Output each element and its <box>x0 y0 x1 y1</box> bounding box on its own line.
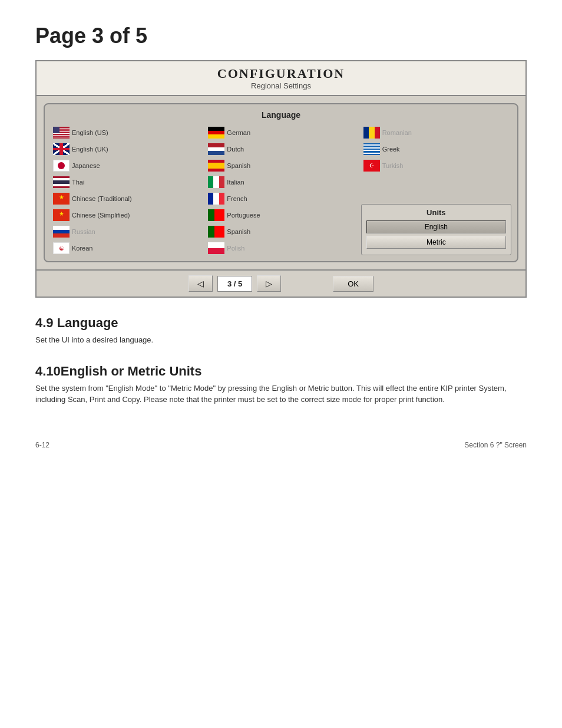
lang-name-greek: Greek <box>382 146 400 153</box>
language-section: Language English (US) English (UK) Japan… <box>44 103 518 262</box>
lang-name-japanese: Japanese <box>72 162 100 169</box>
lang-item-thai[interactable]: Thai <box>51 175 201 189</box>
flag-portugal2 <box>208 226 224 238</box>
flag-us <box>53 127 70 139</box>
lang-item-portuguese[interactable]: Portuguese <box>206 208 356 222</box>
flag-china-trad <box>53 193 70 205</box>
next-button[interactable]: ▷ <box>257 275 281 292</box>
section-body-1: Set the UI into a desired language. <box>35 334 527 346</box>
lang-name-romanian: Romanian <box>382 129 412 136</box>
doc-section-2: 4.10English or Metric Units Set the syst… <box>35 364 527 406</box>
flag-turkey <box>363 160 380 172</box>
lang-item-german[interactable]: German <box>206 126 356 140</box>
lang-item-chinese-simp[interactable]: Chinese (Simplified) <box>51 208 201 222</box>
lang-name-chinese-simp: Chinese (Simplified) <box>72 212 130 219</box>
lang-name-chinese-trad: Chinese (Traditional) <box>72 195 132 202</box>
flag-spain <box>208 160 224 172</box>
lang-item-dutch[interactable]: Dutch <box>206 142 356 156</box>
lang-name-spanish: Spanish <box>227 162 250 169</box>
config-title: CONFIGURATION <box>41 66 521 81</box>
language-column-3: Romanian Greek Turkish Units English Met… <box>361 126 511 255</box>
page-indicator: 3 / 5 <box>217 276 252 292</box>
english-unit-button[interactable]: English <box>366 220 506 233</box>
lang-item-chinese-trad[interactable]: Chinese (Traditional) <box>51 192 201 206</box>
lang-name-thai: Thai <box>72 179 84 186</box>
flag-greece <box>363 143 380 155</box>
language-column-2: German Dutch Spanish Italian French <box>206 126 356 255</box>
lang-name-spanish2: Spanish <box>227 228 250 235</box>
navigation-bar: ◁ 3 / 5 ▷ OK <box>37 269 525 297</box>
lang-name-italian: Italian <box>227 179 244 186</box>
lang-item-english-us[interactable]: English (US) <box>51 126 201 140</box>
units-box: Units English Metric <box>361 204 511 255</box>
section-heading-1: 4.9 Language <box>35 315 527 331</box>
lang-item-turkish[interactable]: Turkish <box>361 159 511 173</box>
lang-name-turkish: Turkish <box>382 162 404 169</box>
lang-name-german: German <box>227 129 250 136</box>
language-section-title: Language <box>51 110 511 120</box>
flag-portugal <box>208 209 224 221</box>
lang-name-portuguese: Portuguese <box>227 212 260 219</box>
config-panel: CONFIGURATION Regional Settings Language… <box>35 60 527 298</box>
lang-item-japanese[interactable]: Japanese <box>51 159 201 173</box>
lang-item-russian[interactable]: Russian <box>51 225 201 239</box>
footer-left: 6-12 <box>35 441 49 449</box>
lang-item-greek[interactable]: Greek <box>361 142 511 156</box>
lang-item-english-uk[interactable]: English (UK) <box>51 142 201 156</box>
metric-unit-button[interactable]: Metric <box>366 236 506 249</box>
language-grid: English (US) English (UK) Japanese Thai … <box>51 126 511 255</box>
ok-button[interactable]: OK <box>333 276 373 292</box>
section-body-2: Set the system from "English Mode" to "M… <box>35 383 527 406</box>
units-title: Units <box>366 208 506 217</box>
lang-name-polish: Polish <box>227 245 244 252</box>
lang-name-english-us: English (US) <box>72 129 108 136</box>
flag-romania <box>363 127 380 139</box>
lang-item-romanian[interactable]: Romanian <box>361 126 511 140</box>
lang-item-spanish[interactable]: Spanish <box>206 159 356 173</box>
flag-poland <box>208 242 224 254</box>
flag-russia <box>53 226 70 238</box>
lang-name-english-uk: English (UK) <box>72 146 108 153</box>
section-heading-2: 4.10English or Metric Units <box>35 364 527 379</box>
flag-germany <box>208 127 224 139</box>
lang-name-dutch: Dutch <box>227 146 244 153</box>
flag-china-simp <box>53 209 70 221</box>
doc-section-1: 4.9 Language Set the UI into a desired l… <box>35 315 527 346</box>
lang-item-italian[interactable]: Italian <box>206 175 356 189</box>
lang-item-french[interactable]: French <box>206 192 356 206</box>
config-header: CONFIGURATION Regional Settings <box>37 61 525 96</box>
config-subtitle: Regional Settings <box>41 81 521 90</box>
flag-netherlands <box>208 143 224 155</box>
lang-item-spanish2[interactable]: Spanish <box>206 225 356 239</box>
flag-korea <box>53 242 70 254</box>
flag-italy <box>208 176 224 188</box>
flag-japan <box>53 160 70 172</box>
lang-name-french: French <box>227 195 247 202</box>
language-column-1: English (US) English (UK) Japanese Thai … <box>51 126 201 255</box>
prev-button[interactable]: ◁ <box>189 275 213 292</box>
flag-thai <box>53 176 70 188</box>
lang-item-korean[interactable]: Korean <box>51 241 201 255</box>
footer-right: Section 6 ?" Screen <box>464 441 527 449</box>
lang-name-korean: Korean <box>72 245 92 252</box>
page-title: Page 3 of 5 <box>35 24 527 48</box>
lang-name-russian: Russian <box>72 228 95 235</box>
flag-france <box>208 193 224 205</box>
page-footer: 6-12 Section 6 ?" Screen <box>35 417 527 449</box>
lang-item-polish[interactable]: Polish <box>206 241 356 255</box>
flag-uk <box>53 143 70 155</box>
